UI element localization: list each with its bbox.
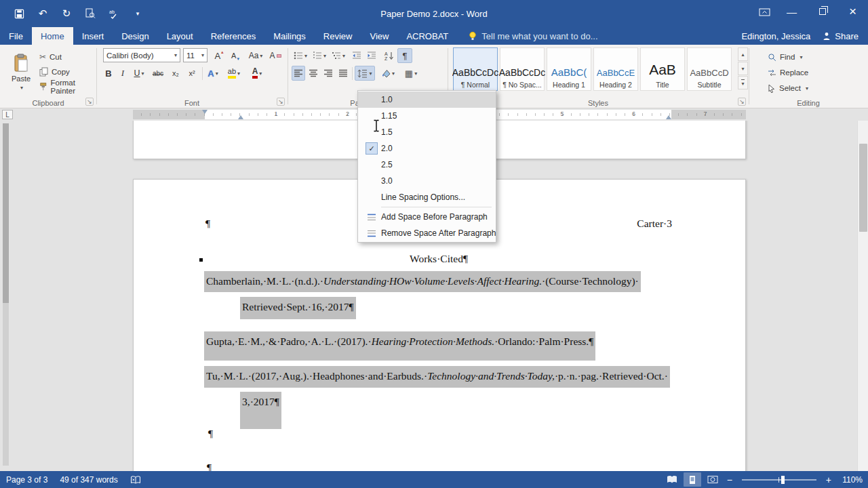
minimize-button[interactable]: — [776, 0, 807, 23]
zoom-in-button[interactable]: + [823, 474, 834, 485]
increase-indent-icon [367, 52, 376, 60]
font-size-combo[interactable]: 11 ▾ [183, 48, 208, 62]
superscript-button[interactable]: x² [184, 66, 199, 81]
menu-item-line-spacing-options[interactable]: Line Spacing Options... [358, 189, 496, 205]
print-layout-view-button[interactable] [684, 472, 701, 487]
text-effects-button[interactable]: A▾ [205, 66, 221, 81]
numbering-button[interactable]: ▾ [311, 48, 328, 63]
line-spacing-button[interactable]: ▾ [355, 66, 375, 81]
style-heading1[interactable]: AaBbC( Heading 1 [547, 47, 591, 91]
zoom-slider-thumb[interactable] [781, 476, 785, 484]
format-painter-button[interactable]: Format Painter [39, 80, 96, 94]
account-user[interactable]: Edington, Jessica [741, 31, 810, 41]
read-mode-view-button[interactable] [663, 472, 681, 487]
web-layout-view-button[interactable] [704, 472, 722, 487]
restore-button[interactable] [807, 0, 837, 23]
page-indicator[interactable]: Page 3 of 3 [0, 471, 54, 488]
tab-insert[interactable]: Insert [73, 27, 113, 45]
subscript-button[interactable]: x₂ [168, 66, 183, 81]
text-highlight-button[interactable]: ab▾ [224, 66, 244, 81]
menu-item-spacing-3.0[interactable]: 3.0 [358, 173, 496, 189]
style-normal[interactable]: AaBbCcDc ¶ Normal [453, 47, 498, 91]
zoom-out-button[interactable]: − [724, 474, 735, 485]
underline-button[interactable]: U▾ [130, 66, 148, 81]
styles-gallery-up[interactable]: ▴ [738, 47, 748, 61]
share-button[interactable]: Share [823, 31, 859, 41]
align-center-button[interactable] [307, 66, 320, 81]
tab-references[interactable]: References [202, 27, 264, 45]
save-icon[interactable] [12, 7, 26, 20]
styles-dialog-launcher[interactable]: ↘ [738, 98, 746, 106]
menu-item-spacing-1.0[interactable]: 1.0 [358, 92, 496, 108]
font-color-button[interactable]: A▾ [247, 66, 267, 81]
tab-home[interactable]: Home [32, 27, 73, 45]
multilevel-list-button[interactable]: ▾ [330, 48, 347, 63]
shrink-font-button[interactable]: A▾ [228, 48, 243, 63]
hanging-indent-marker[interactable] [238, 115, 243, 119]
zoom-slider[interactable] [742, 479, 816, 481]
tab-mailings[interactable]: Mailings [264, 27, 315, 45]
word-count[interactable]: 49 of 347 words [54, 471, 123, 488]
zoom-level[interactable]: 110% [837, 475, 863, 485]
align-left-button[interactable] [292, 66, 305, 81]
tab-design[interactable]: Design [113, 27, 157, 45]
tab-review[interactable]: Review [315, 27, 361, 45]
first-line-indent-marker[interactable] [202, 110, 208, 114]
styles-gallery-down[interactable]: ▾ [738, 62, 748, 75]
style-no-spacing[interactable]: AaBbCcDc ¶ No Spac... [500, 47, 545, 91]
justify-button[interactable] [336, 66, 350, 81]
show-hide-formatting-button[interactable]: ¶ [397, 48, 412, 63]
tab-acrobat[interactable]: ACROBAT [397, 27, 457, 45]
paste-button[interactable]: Paste ▾ [5, 47, 37, 96]
align-right-button[interactable] [321, 66, 335, 81]
clipboard-dialog-launcher[interactable]: ↘ [85, 98, 94, 106]
style-subtitle[interactable]: AaBbCcD Subtitle [687, 47, 732, 91]
bold-button[interactable]: B [102, 66, 115, 81]
menu-item-spacing-2.5[interactable]: 2.5 [358, 157, 496, 173]
menu-item-remove-space-after[interactable]: Remove Space After Paragraph [358, 225, 496, 241]
style-title[interactable]: AaB Title [640, 47, 685, 91]
tell-me-box[interactable]: Tell me what you want to do... [468, 27, 597, 45]
borders-button[interactable]: ▦ ▾ [401, 66, 421, 81]
right-indent-marker[interactable] [666, 115, 671, 119]
scrollbar-thumb[interactable] [859, 144, 867, 232]
spelling-grammar-icon[interactable]: ab [107, 7, 121, 20]
tab-layout[interactable]: Layout [158, 27, 202, 45]
font-size-value: 11 [186, 52, 195, 60]
shading-button[interactable]: ▾ [378, 66, 398, 81]
bullets-button[interactable]: ▾ [292, 48, 309, 63]
numbering-caret-icon: ▾ [323, 53, 326, 59]
clear-formatting-button[interactable]: A [267, 48, 283, 63]
cut-button[interactable]: ✂ Cut [39, 50, 62, 64]
select-button[interactable]: Select ▾ [768, 81, 808, 95]
copy-button[interactable]: Copy [39, 65, 70, 79]
ribbon-display-options-icon[interactable] [752, 0, 776, 23]
tab-view[interactable]: View [361, 27, 397, 45]
align-left-icon [294, 69, 303, 77]
strikethrough-button[interactable]: abc [149, 66, 167, 81]
close-button[interactable]: × [837, 0, 868, 23]
tab-stop-selector[interactable]: L [2, 110, 13, 119]
qat-customize-chevron-icon[interactable]: ▾ [131, 7, 144, 20]
find-button[interactable]: Find ▾ [768, 50, 802, 64]
style-heading2[interactable]: AaBbCcE Heading 2 [593, 47, 638, 91]
change-case-button[interactable]: Aa▾ [245, 48, 266, 63]
menu-item-add-space-before[interactable]: Add Space Before Paragraph [358, 209, 496, 225]
vertical-scrollbar[interactable]: ▴ [857, 121, 868, 471]
undo-icon[interactable]: ↶ [36, 7, 50, 20]
tab-file[interactable]: File [0, 27, 32, 45]
proofing-status[interactable] [124, 471, 147, 488]
redo-icon[interactable]: ↻ [60, 7, 73, 20]
italic-button[interactable]: I [117, 66, 129, 81]
styles-gallery-more[interactable]: ▾ [738, 76, 748, 89]
grow-font-button[interactable]: A▴ [212, 48, 226, 63]
font-name-combo[interactable]: Calibri (Body) ▾ [103, 48, 180, 62]
ribbon-display-options-svg [759, 7, 770, 17]
menu-item-spacing-2.0[interactable]: ✓ 2.0 [358, 140, 496, 157]
increase-indent-button[interactable] [365, 48, 378, 63]
decrease-indent-button[interactable] [350, 48, 363, 63]
replace-button[interactable]: Replace [768, 66, 808, 79]
font-dialog-launcher[interactable]: ↘ [277, 98, 285, 106]
print-preview-icon[interactable] [83, 7, 97, 20]
sort-button[interactable]: AZ [381, 48, 396, 63]
